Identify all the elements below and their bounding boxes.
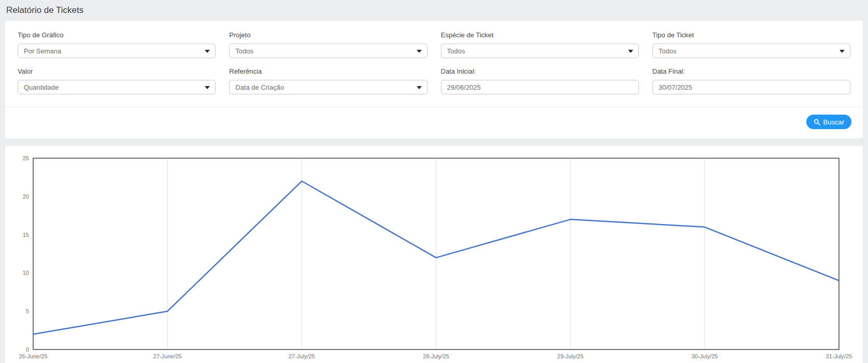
- svg-text:20: 20: [23, 193, 29, 200]
- chevron-down-icon: [417, 86, 422, 89]
- select-value: Data de Criação: [235, 83, 284, 91]
- buscar-button[interactable]: Buscar: [806, 115, 851, 129]
- svg-text:15: 15: [23, 232, 29, 238]
- valor-select[interactable]: Quantidade: [18, 80, 216, 94]
- field-label: Valor: [18, 67, 216, 75]
- chevron-down-icon: [205, 50, 210, 53]
- field-data-inicial: Data Inicial:: [441, 67, 639, 94]
- field-label: Tipo de Gráfico: [18, 31, 216, 39]
- search-icon: [814, 119, 820, 125]
- projeto-select[interactable]: Todos: [229, 44, 427, 58]
- svg-text:28-July/25: 28-July/25: [423, 353, 449, 359]
- tipo-de-ticket-select[interactable]: Todos: [652, 44, 850, 58]
- select-value: Todos: [235, 47, 253, 55]
- chevron-down-icon: [417, 50, 422, 53]
- field-tipo-de-grafico: Tipo de Gráfico Por Semana: [18, 31, 216, 58]
- tipo-de-grafico-select[interactable]: Por Semana: [18, 44, 216, 58]
- svg-text:30-July/25: 30-July/25: [691, 353, 718, 359]
- field-label: Projeto: [229, 31, 427, 39]
- svg-text:0: 0: [26, 346, 29, 353]
- svg-text:25: 25: [23, 155, 29, 161]
- chevron-down-icon: [628, 50, 633, 53]
- select-value: Quantidade: [24, 83, 59, 91]
- filter-grid: Tipo de Gráfico Por Semana Projeto Todos…: [5, 21, 863, 107]
- field-projeto: Projeto Todos: [229, 31, 427, 58]
- field-label: Espécie de Ticket: [441, 31, 639, 39]
- field-tipo-de-ticket: Tipo de Ticket Todos: [652, 31, 850, 58]
- svg-text:27-June/25: 27-June/25: [153, 353, 182, 359]
- svg-text:29-July/25: 29-July/25: [557, 353, 584, 359]
- chart-area: 051015202526-June/2527-June/2527-July/25…: [15, 154, 853, 363]
- button-row: Buscar: [5, 107, 863, 138]
- chevron-down-icon: [839, 50, 845, 53]
- svg-text:5: 5: [26, 308, 29, 314]
- field-label: Data Final:: [652, 67, 850, 75]
- line-chart: 051015202526-June/2527-June/2527-July/25…: [15, 154, 853, 363]
- select-value: Todos: [659, 47, 677, 55]
- page-title: Relatório de Tickets: [0, 0, 868, 21]
- referencia-select[interactable]: Data de Criação: [229, 80, 427, 94]
- svg-text:31-July/25: 31-July/25: [826, 353, 852, 359]
- especie-de-ticket-select[interactable]: Todos: [441, 44, 639, 58]
- data-final-input[interactable]: [652, 80, 850, 94]
- svg-text:26-June/25: 26-June/25: [19, 353, 47, 359]
- field-valor: Valor Quantidade: [18, 67, 216, 94]
- field-especie-de-ticket: Espécie de Ticket Todos: [441, 31, 639, 58]
- field-data-final: Data Final:: [652, 67, 850, 94]
- svg-text:27-July/25: 27-July/25: [289, 353, 315, 359]
- chevron-down-icon: [205, 86, 210, 89]
- filter-panel: Tipo de Gráfico Por Semana Projeto Todos…: [5, 21, 863, 138]
- field-referencia: Referência Data de Criação: [229, 67, 427, 94]
- select-value: Por Semana: [24, 47, 61, 55]
- svg-text:10: 10: [23, 270, 29, 276]
- buscar-label: Buscar: [823, 118, 844, 126]
- field-label: Referência: [229, 67, 427, 75]
- field-label: Tipo de Ticket: [652, 31, 850, 39]
- field-label: Data Inicial:: [441, 67, 639, 75]
- select-value: Todos: [447, 47, 465, 55]
- data-inicial-input[interactable]: [441, 80, 639, 94]
- chart-panel: 051015202526-June/2527-June/2527-July/25…: [5, 146, 863, 363]
